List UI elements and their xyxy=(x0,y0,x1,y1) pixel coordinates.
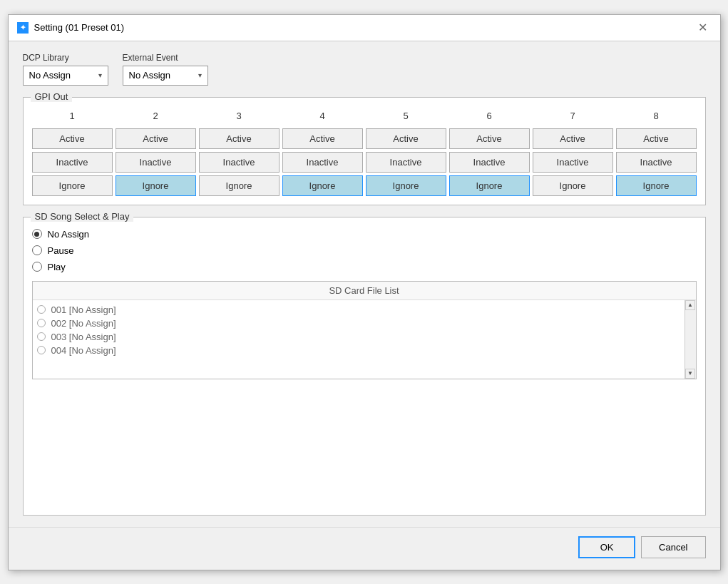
radio-pause-circle xyxy=(32,245,42,255)
gpi-inactive-8[interactable]: Inactive xyxy=(616,152,697,173)
gpi-out-section: GPI Out 1 2 3 4 5 6 7 8 Active Active Ac… xyxy=(23,97,706,205)
file-item-2[interactable]: 002 [No Assign] xyxy=(37,317,692,330)
file-radio-3 xyxy=(37,332,46,341)
settings-dialog: ✦ Setting (01 Preset 01) ✕ DCP Library N… xyxy=(8,14,721,570)
external-event-arrow: ▾ xyxy=(198,71,202,79)
dcp-library-arrow: ▾ xyxy=(98,71,102,79)
gpi-col-1: 1 xyxy=(32,109,113,125)
gpi-col-6: 6 xyxy=(449,109,530,125)
dcp-library-group: DCP Library No Assign ▾ xyxy=(23,53,108,86)
sd-radio-group: No Assign Pause Play xyxy=(32,229,697,272)
radio-no-assign[interactable]: No Assign xyxy=(32,229,697,240)
radio-play-label: Play xyxy=(48,262,66,272)
file-list-scrollbar[interactable]: ▲ ▼ xyxy=(685,300,696,379)
gpi-active-1[interactable]: Active xyxy=(32,128,113,149)
gpi-col-7: 7 xyxy=(533,109,613,125)
file-item-4-label: 004 [No Assign] xyxy=(51,345,116,356)
file-item-3[interactable]: 003 [No Assign] xyxy=(37,330,692,344)
gpi-active-3[interactable]: Active xyxy=(199,128,280,149)
gpi-ignore-1[interactable]: Ignore xyxy=(32,175,113,196)
sd-section: SD Song Select & Play No Assign Pause Pl… xyxy=(23,217,706,516)
gpi-out-label: GPI Out xyxy=(31,91,73,102)
gpi-ignore-2[interactable]: Ignore xyxy=(116,175,196,196)
gpi-inactive-3[interactable]: Inactive xyxy=(199,152,280,173)
radio-play-circle xyxy=(32,262,42,272)
gpi-inactive-5[interactable]: Inactive xyxy=(366,152,446,173)
gpi-col-3: 3 xyxy=(199,109,280,125)
sd-card-file-list-container: SD Card File List 001 [No Assign] 002 [N… xyxy=(32,281,697,379)
gpi-active-8[interactable]: Active xyxy=(616,128,697,149)
sd-section-label: SD Song Select & Play xyxy=(31,211,134,222)
file-radio-4 xyxy=(37,346,46,354)
app-icon: ✦ xyxy=(17,22,29,34)
dialog-footer: OK Cancel xyxy=(9,527,720,570)
gpi-inactive-4[interactable]: Inactive xyxy=(282,152,363,173)
external-event-group: External Event No Assign ▾ xyxy=(123,53,208,86)
file-item-4[interactable]: 004 [No Assign] xyxy=(37,344,692,357)
radio-pause[interactable]: Pause xyxy=(32,245,697,256)
gpi-grid: 1 2 3 4 5 6 7 8 Active Active Active Act… xyxy=(32,109,697,196)
gpi-inactive-1[interactable]: Inactive xyxy=(32,152,113,173)
file-list-scroll-area: 001 [No Assign] 002 [No Assign] 003 [No … xyxy=(33,300,696,379)
gpi-ignore-4[interactable]: Ignore xyxy=(282,175,363,196)
file-list-header: SD Card File List xyxy=(33,282,696,300)
gpi-active-4[interactable]: Active xyxy=(282,128,363,149)
ok-button[interactable]: OK xyxy=(578,536,635,558)
file-item-1-label: 001 [No Assign] xyxy=(51,304,116,315)
file-item-1[interactable]: 001 [No Assign] xyxy=(37,303,692,317)
gpi-ignore-3[interactable]: Ignore xyxy=(199,175,280,196)
dcp-library-label: DCP Library xyxy=(23,53,108,63)
gpi-col-8: 8 xyxy=(616,109,697,125)
file-list-body[interactable]: 001 [No Assign] 002 [No Assign] 003 [No … xyxy=(33,300,696,379)
gpi-ignore-5[interactable]: Ignore xyxy=(366,175,446,196)
gpi-ignore-8[interactable]: Ignore xyxy=(616,175,697,196)
scroll-up-arrow[interactable]: ▲ xyxy=(685,300,695,310)
gpi-inactive-7[interactable]: Inactive xyxy=(533,152,613,173)
gpi-inactive-6[interactable]: Inactive xyxy=(449,152,530,173)
radio-no-assign-label: No Assign xyxy=(48,229,90,240)
radio-play[interactable]: Play xyxy=(32,262,697,272)
external-event-dropdown[interactable]: No Assign ▾ xyxy=(123,66,208,86)
dialog-body: DCP Library No Assign ▾ External Event N… xyxy=(9,41,720,527)
gpi-active-5[interactable]: Active xyxy=(366,128,446,149)
gpi-inactive-2[interactable]: Inactive xyxy=(116,152,196,173)
title-bar-left: ✦ Setting (01 Preset 01) xyxy=(17,22,124,34)
file-item-2-label: 002 [No Assign] xyxy=(51,318,116,329)
close-button[interactable]: ✕ xyxy=(694,21,712,35)
external-event-value: No Assign xyxy=(129,70,171,81)
gpi-ignore-6[interactable]: Ignore xyxy=(449,175,530,196)
top-controls: DCP Library No Assign ▾ External Event N… xyxy=(23,53,706,86)
gpi-col-2: 2 xyxy=(116,109,196,125)
file-radio-2 xyxy=(37,319,46,327)
scroll-down-arrow[interactable]: ▼ xyxy=(685,369,695,379)
dcp-library-dropdown[interactable]: No Assign ▾ xyxy=(23,66,108,86)
gpi-col-5: 5 xyxy=(366,109,446,125)
gpi-col-4: 4 xyxy=(282,109,363,125)
title-bar: ✦ Setting (01 Preset 01) ✕ xyxy=(9,15,720,41)
radio-pause-label: Pause xyxy=(48,245,74,256)
gpi-active-2[interactable]: Active xyxy=(116,128,196,149)
external-event-label: External Event xyxy=(123,53,208,63)
window-title: Setting (01 Preset 01) xyxy=(34,22,124,33)
file-radio-1 xyxy=(37,305,46,314)
file-item-3-label: 003 [No Assign] xyxy=(51,332,116,342)
gpi-active-6[interactable]: Active xyxy=(449,128,530,149)
cancel-button[interactable]: Cancel xyxy=(641,536,705,558)
gpi-ignore-7[interactable]: Ignore xyxy=(533,175,613,196)
radio-no-assign-circle xyxy=(32,229,42,239)
dcp-library-value: No Assign xyxy=(29,70,71,81)
gpi-active-7[interactable]: Active xyxy=(533,128,613,149)
